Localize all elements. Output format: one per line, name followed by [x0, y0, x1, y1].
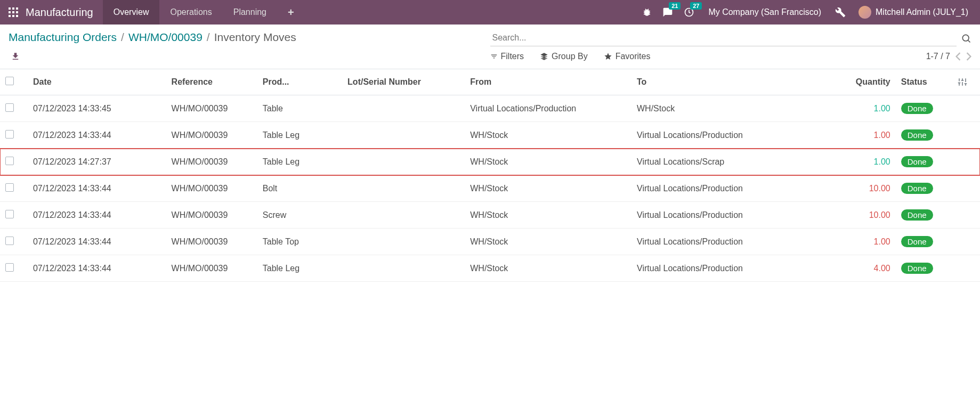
cell-from: WH/Stock	[465, 149, 631, 175]
cell-to: Virtual Locations/Production	[631, 255, 827, 282]
table-row[interactable]: 07/12/2023 14:33:45WH/MO/00039TableVirtu…	[0, 95, 980, 122]
inventory-moves-table: Date Reference Prod... Lot/Serial Number…	[0, 69, 980, 282]
cell-lot	[342, 175, 465, 202]
row-checkbox[interactable]	[5, 263, 14, 272]
cell-status: Done	[896, 202, 952, 229]
svg-rect-6	[9, 15, 11, 17]
cell-to: Virtual Locations/Production	[631, 202, 827, 229]
cell-reference: WH/MO/00039	[166, 229, 257, 255]
svg-rect-2	[16, 7, 18, 10]
cell-to: Virtual Locations/Production	[631, 175, 827, 202]
cell-lot	[342, 229, 465, 255]
cell-quantity: 10.00	[827, 175, 896, 202]
table-row[interactable]: 07/12/2023 14:33:44WH/MO/00039Table TopW…	[0, 229, 980, 255]
table-row[interactable]: 07/12/2023 14:33:44WH/MO/00039BoltWH/Sto…	[0, 175, 980, 202]
col-header-status[interactable]: Status	[896, 69, 952, 95]
cell-from: WH/Stock	[465, 122, 631, 149]
svg-rect-7	[12, 15, 14, 17]
table-row[interactable]: 07/12/2023 14:33:44WH/MO/00039Table LegW…	[0, 255, 980, 282]
status-badge: Done	[901, 129, 933, 141]
row-checkbox[interactable]	[5, 237, 14, 245]
cell-date: 07/12/2023 14:33:44	[28, 202, 166, 229]
pager-text: 1-7 / 7	[926, 52, 950, 61]
col-header-product[interactable]: Prod...	[257, 69, 342, 95]
pager-next[interactable]	[966, 52, 971, 61]
nav-overview[interactable]: Overview	[103, 0, 160, 25]
status-badge: Done	[901, 183, 933, 194]
row-checkbox[interactable]	[5, 210, 14, 218]
settings-icon[interactable]	[830, 0, 851, 25]
nav-operations[interactable]: Operations	[159, 0, 222, 25]
cell-to: Virtual Locations/Production	[631, 122, 827, 149]
select-all-checkbox[interactable]	[5, 77, 14, 85]
col-header-reference[interactable]: Reference	[166, 69, 257, 95]
cell-lot	[342, 122, 465, 149]
cell-status: Done	[896, 255, 952, 282]
svg-rect-1	[12, 7, 14, 10]
cell-from: Virtual Locations/Production	[465, 95, 631, 122]
cell-status: Done	[896, 149, 952, 175]
cell-date: 07/12/2023 14:33:44	[28, 122, 166, 149]
activities-icon[interactable]: 27	[678, 0, 700, 25]
cell-date: 07/12/2023 14:27:37	[28, 149, 166, 175]
col-header-date[interactable]: Date	[28, 69, 166, 95]
table-row[interactable]: 07/12/2023 14:33:44WH/MO/00039Table LegW…	[0, 122, 980, 149]
nav-new[interactable]: +	[277, 0, 305, 25]
col-header-to[interactable]: To	[631, 69, 827, 95]
cell-to: WH/Stock	[631, 95, 827, 122]
col-header-quantity[interactable]: Quantity	[827, 69, 896, 95]
cell-to: Virtual Locations/Production	[631, 229, 827, 255]
cell-product: Table Leg	[257, 122, 342, 149]
optional-columns-icon[interactable]	[958, 77, 975, 87]
row-checkbox[interactable]	[5, 103, 14, 112]
row-checkbox[interactable]	[5, 157, 14, 165]
cell-lot	[342, 255, 465, 282]
debug-icon[interactable]	[637, 0, 657, 25]
user-menu[interactable]: Mitchell Admin (JULY_1)	[851, 6, 976, 19]
col-header-from[interactable]: From	[465, 69, 631, 95]
app-title[interactable]: Manufacturing	[22, 6, 103, 19]
cell-lot	[342, 95, 465, 122]
cell-status: Done	[896, 122, 952, 149]
row-checkbox[interactable]	[5, 130, 14, 139]
filters-label: Filters	[501, 52, 524, 61]
col-header-lot[interactable]: Lot/Serial Number	[342, 69, 465, 95]
status-badge: Done	[901, 156, 933, 167]
cell-product: Table Leg	[257, 255, 342, 282]
cell-product: Bolt	[257, 175, 342, 202]
cell-date: 07/12/2023 14:33:44	[28, 255, 166, 282]
company-switcher[interactable]: My Company (San Francisco)	[700, 7, 830, 17]
cell-reference: WH/MO/00039	[166, 149, 257, 175]
pager: 1-7 / 7	[926, 52, 971, 61]
row-checkbox[interactable]	[5, 183, 14, 192]
table-row[interactable]: 07/12/2023 14:27:37WH/MO/00039Table LegW…	[0, 149, 980, 175]
export-icon[interactable]	[9, 52, 22, 61]
cell-lot	[342, 202, 465, 229]
filters-button[interactable]: Filters	[490, 52, 524, 61]
cell-quantity: 1.00	[827, 122, 896, 149]
apps-menu-icon[interactable]	[4, 3, 22, 21]
breadcrumb-parent[interactable]: WH/MO/00039	[128, 31, 203, 44]
cell-product: Table	[257, 95, 342, 122]
favorites-button[interactable]: Favorites	[604, 52, 651, 61]
status-badge: Done	[901, 209, 933, 221]
cell-status: Done	[896, 95, 952, 122]
breadcrumb-root[interactable]: Manufacturing Orders	[9, 31, 117, 44]
nav-planning[interactable]: Planning	[223, 0, 277, 25]
cell-from: WH/Stock	[465, 202, 631, 229]
cell-product: Screw	[257, 202, 342, 229]
cell-status: Done	[896, 229, 952, 255]
pager-prev[interactable]	[955, 52, 961, 61]
search-icon[interactable]	[957, 33, 971, 44]
cell-quantity: 10.00	[827, 202, 896, 229]
svg-rect-4	[12, 11, 14, 13]
status-badge: Done	[901, 236, 933, 247]
search-input[interactable]	[490, 30, 957, 46]
cell-reference: WH/MO/00039	[166, 122, 257, 149]
avatar	[858, 6, 871, 19]
messages-icon[interactable]: 21	[657, 0, 678, 25]
breadcrumb-current: Inventory Moves	[214, 31, 296, 44]
cell-quantity: 1.00	[827, 95, 896, 122]
groupby-button[interactable]: Group By	[540, 52, 588, 61]
table-row[interactable]: 07/12/2023 14:33:44WH/MO/00039ScrewWH/St…	[0, 202, 980, 229]
